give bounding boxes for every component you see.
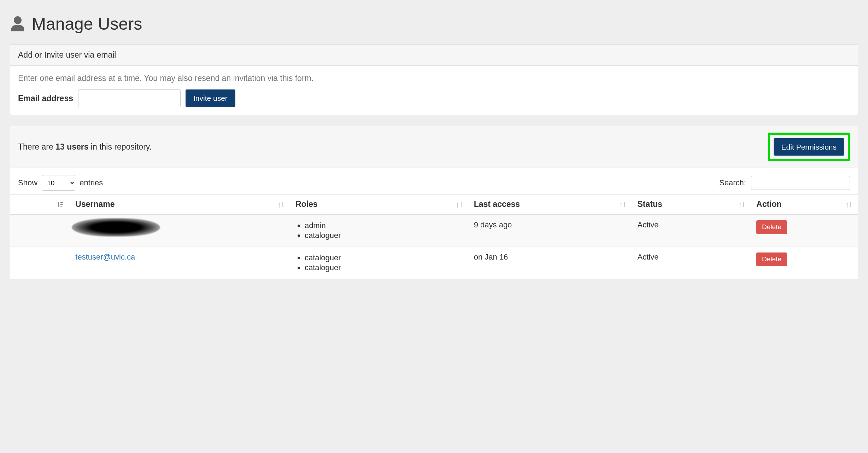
invite-panel: Add or Invite user via email Enter one e… xyxy=(10,44,858,115)
svg-rect-2 xyxy=(60,204,63,205)
row-last-access: on Jan 16 xyxy=(468,247,632,279)
edit-permissions-highlight: Edit Permissions xyxy=(768,133,850,161)
search-input[interactable] xyxy=(751,176,850,190)
count-prefix: There are xyxy=(18,142,55,151)
delete-button[interactable]: Delete xyxy=(756,220,787,234)
count-suffix: in this repository. xyxy=(88,142,152,151)
users-tbody: admincataloguer9 days agoActiveDeletetes… xyxy=(10,214,858,279)
role-item: cataloguer xyxy=(305,231,463,240)
user-count-text: There are 13 users in this repository. xyxy=(18,142,152,152)
redacted-username xyxy=(75,220,146,233)
page-title: Manage Users xyxy=(32,14,142,34)
row-roles: admincataloguer xyxy=(290,214,468,247)
count-bold: 13 users xyxy=(55,142,88,151)
users-panel: There are 13 users in this repository. E… xyxy=(10,126,858,279)
username-link[interactable]: testuser@uvic.ca xyxy=(75,252,135,261)
row-roles: cataloguercataloguer xyxy=(290,247,468,279)
row-status: Active xyxy=(632,247,751,279)
table-row: testuser@uvic.cacataloguercatalogueron J… xyxy=(10,247,858,279)
sort-icon xyxy=(846,199,852,209)
sort-icon xyxy=(456,199,463,209)
row-blank xyxy=(10,214,70,247)
sort-icon xyxy=(739,199,745,209)
row-status: Active xyxy=(632,214,751,247)
row-last-access: 9 days ago xyxy=(468,214,632,247)
page-size-select[interactable]: 10 xyxy=(42,175,75,191)
user-icon xyxy=(10,16,25,33)
col-blank-header[interactable] xyxy=(10,194,70,215)
row-username xyxy=(70,214,290,247)
row-blank xyxy=(10,247,70,279)
email-field[interactable] xyxy=(78,89,181,107)
sort-icon xyxy=(620,199,626,209)
svg-rect-3 xyxy=(60,206,62,207)
col-lastaccess-label: Last access xyxy=(474,199,520,209)
entries-label: entries xyxy=(80,178,103,187)
col-username-label: Username xyxy=(75,199,115,209)
invite-help-text: Enter one email address at a time. You m… xyxy=(18,74,850,83)
sort-icon xyxy=(57,199,64,209)
email-label: Email address xyxy=(18,94,73,103)
invite-user-button[interactable]: Invite user xyxy=(186,89,235,107)
edit-permissions-button[interactable]: Edit Permissions xyxy=(774,138,844,156)
search-label: Search: xyxy=(719,178,746,187)
col-status-header[interactable]: Status xyxy=(632,194,751,215)
role-item: cataloguer xyxy=(305,263,463,272)
col-action-header[interactable]: Action xyxy=(751,194,858,215)
search-control: Search: xyxy=(719,176,850,190)
length-control: Show 10 entries xyxy=(18,175,103,191)
col-roles-label: Roles xyxy=(295,199,318,209)
delete-button[interactable]: Delete xyxy=(756,252,787,266)
show-label: Show xyxy=(18,178,37,187)
role-item: admin xyxy=(305,221,463,230)
page-title-bar: Manage Users xyxy=(10,14,858,34)
svg-rect-1 xyxy=(60,202,63,203)
users-table: Username Roles Last access xyxy=(10,194,858,279)
row-action: Delete xyxy=(751,247,858,279)
role-item: cataloguer xyxy=(305,253,463,262)
svg-point-0 xyxy=(14,16,22,24)
col-status-label: Status xyxy=(637,199,662,209)
row-username: testuser@uvic.ca xyxy=(70,247,290,279)
table-row: admincataloguer9 days agoActiveDelete xyxy=(10,214,858,247)
col-roles-header[interactable]: Roles xyxy=(290,194,468,215)
col-action-label: Action xyxy=(756,199,782,209)
row-action: Delete xyxy=(751,214,858,247)
invite-panel-heading: Add or Invite user via email xyxy=(10,45,858,66)
col-lastaccess-header[interactable]: Last access xyxy=(468,194,632,215)
sort-icon xyxy=(278,199,284,209)
col-username-header[interactable]: Username xyxy=(70,194,290,215)
